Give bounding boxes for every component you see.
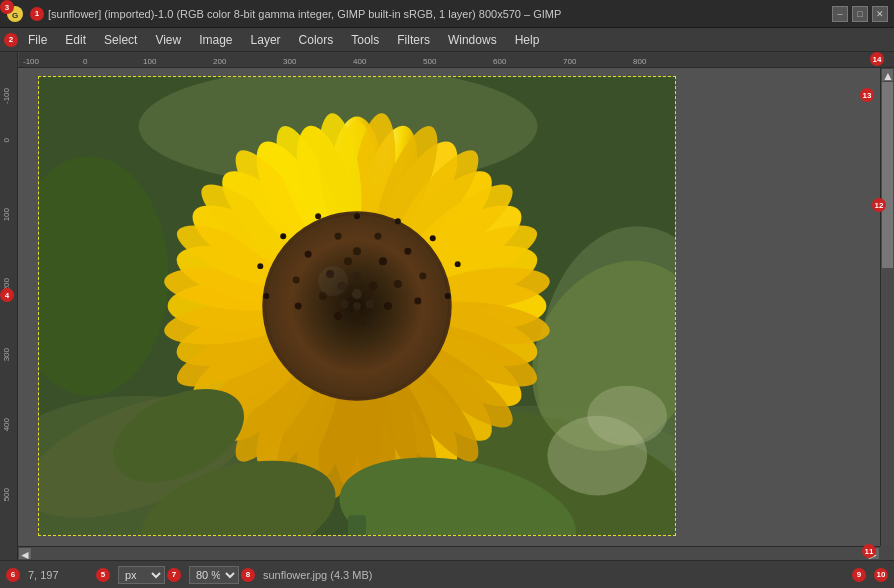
svg-point-116: [352, 289, 362, 299]
menu-bar: 2 File Edit Select View Image Layer Colo…: [0, 28, 894, 52]
scroll-thumb-v[interactable]: [882, 82, 893, 268]
svg-point-112: [365, 300, 374, 309]
scroll-left-button[interactable]: ◄: [19, 548, 31, 559]
scroll-track-h[interactable]: [32, 547, 866, 560]
svg-text:800: 800: [633, 57, 647, 66]
ruler-h-svg: -100 0 100 200 300 400 500 600 700 800: [18, 52, 894, 67]
badge-14: 14: [870, 52, 884, 66]
svg-text:-100: -100: [2, 87, 11, 104]
unit-select[interactable]: px mm inch: [118, 566, 165, 584]
svg-point-96: [414, 298, 421, 305]
svg-text:-100: -100: [23, 57, 40, 66]
svg-point-94: [404, 248, 411, 255]
badge-4: 4: [0, 288, 14, 302]
svg-point-92: [263, 293, 269, 299]
svg-text:200: 200: [213, 57, 227, 66]
close-button[interactable]: ✕: [872, 6, 888, 22]
svg-text:400: 400: [2, 417, 11, 431]
zoom-select[interactable]: 80 % 100 % 50 %: [189, 566, 239, 584]
svg-text:G: G: [12, 11, 18, 20]
svg-point-100: [295, 303, 302, 310]
ruler-corner: 3: [0, 52, 18, 68]
menu-tools[interactable]: Tools: [343, 31, 387, 49]
zoom-section: 80 % 100 % 50 % 8: [189, 566, 255, 584]
menu-windows[interactable]: Windows: [440, 31, 505, 49]
svg-point-118: [318, 266, 348, 296]
svg-point-110: [353, 272, 362, 281]
menu-file[interactable]: File: [20, 31, 55, 49]
svg-point-89: [315, 213, 321, 219]
badge-1: 1: [30, 7, 44, 21]
svg-point-97: [335, 233, 342, 240]
svg-text:500: 500: [2, 487, 11, 501]
menu-colors[interactable]: Colors: [291, 31, 342, 49]
ruler-v-and-canvas: 4 -100 0 100 200 300 400 500: [0, 68, 894, 560]
svg-point-85: [395, 218, 401, 224]
svg-point-109: [344, 257, 352, 265]
scroll-right[interactable]: ▲ ▼: [880, 68, 894, 560]
svg-point-111: [368, 282, 377, 291]
status-bar: 6 7, 197 5 px mm inch 7 80 % 100 % 50 % …: [0, 560, 894, 588]
badge-6: 6: [6, 568, 20, 582]
vertical-ruler: 4 -100 0 100 200 300 400 500: [0, 68, 18, 560]
svg-point-90: [280, 233, 286, 239]
svg-point-32: [587, 386, 667, 446]
svg-point-102: [379, 257, 387, 265]
maximize-button[interactable]: □: [852, 6, 868, 22]
menu-select[interactable]: Select: [96, 31, 145, 49]
ruler-v-svg: -100 0 100 200 300 400 500: [0, 68, 17, 560]
menu-image[interactable]: Image: [191, 31, 240, 49]
svg-text:600: 600: [493, 57, 507, 66]
svg-point-106: [334, 312, 342, 320]
svg-point-104: [384, 302, 392, 310]
menu-layer[interactable]: Layer: [243, 31, 289, 49]
status-coordinates: 7, 197: [28, 569, 88, 581]
ruler-top: 3 -100 0 100 200 300 400 500 600 700 800: [0, 52, 894, 68]
menu-view[interactable]: View: [147, 31, 189, 49]
scroll-track-v[interactable]: [881, 82, 894, 546]
status-filename: sunflower.jpg (4.3 MB): [263, 569, 844, 581]
badge-8: 8: [241, 568, 255, 582]
sunflower-image: [39, 77, 675, 535]
svg-point-84: [354, 213, 360, 219]
menu-edit[interactable]: Edit: [57, 31, 94, 49]
svg-point-98: [305, 251, 312, 258]
svg-text:500: 500: [423, 57, 437, 66]
image-container[interactable]: [38, 76, 676, 536]
main-canvas[interactable]: 13 12 ▲ ▼ ◄ ►: [18, 68, 894, 560]
svg-point-93: [374, 233, 381, 240]
svg-point-95: [419, 273, 426, 280]
badge-12: 12: [872, 198, 886, 212]
badge-11: 11: [862, 544, 876, 558]
svg-point-91: [257, 263, 263, 269]
menu-filters[interactable]: Filters: [389, 31, 438, 49]
badge-9: 9: [852, 568, 866, 582]
svg-point-87: [455, 261, 461, 267]
svg-point-114: [340, 300, 349, 309]
badge-7: 7: [167, 568, 181, 582]
svg-point-103: [394, 280, 402, 288]
badge-13: 13: [860, 88, 874, 102]
horizontal-ruler: -100 0 100 200 300 400 500 600 700 800 1…: [18, 52, 894, 67]
svg-text:300: 300: [2, 347, 11, 361]
menu-help[interactable]: Help: [507, 31, 548, 49]
window-controls[interactable]: – □ ✕: [832, 6, 888, 22]
minimize-button[interactable]: –: [832, 6, 848, 22]
svg-point-99: [293, 277, 300, 284]
svg-text:700: 700: [563, 57, 577, 66]
status-unit-section: px mm inch 7: [118, 566, 181, 584]
svg-point-86: [430, 235, 436, 241]
svg-text:0: 0: [83, 57, 88, 66]
badge-3: 3: [0, 0, 14, 14]
badge-2: 2: [4, 33, 18, 47]
svg-text:100: 100: [2, 207, 11, 221]
svg-point-101: [353, 247, 361, 255]
scroll-bottom[interactable]: ◄ ►: [18, 546, 880, 560]
svg-point-113: [353, 309, 362, 318]
scroll-corner: [880, 546, 894, 560]
scroll-up-button[interactable]: ▲: [882, 69, 893, 81]
svg-point-105: [359, 317, 367, 325]
title-bar: G 1 [sunflower] (imported)-1.0 (RGB colo…: [0, 0, 894, 28]
svg-text:100: 100: [143, 57, 157, 66]
svg-point-117: [353, 302, 361, 310]
